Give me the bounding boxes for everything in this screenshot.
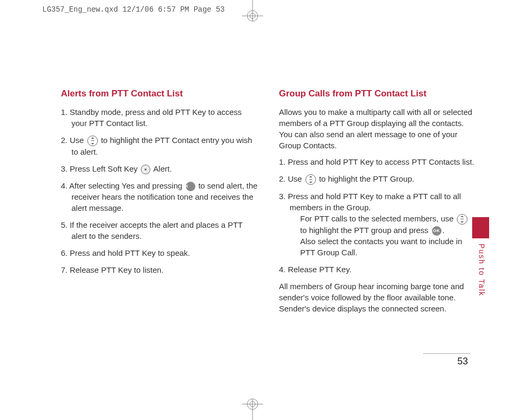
- page-number: 53: [457, 356, 468, 367]
- sub-paragraph: For PTT calls to the selected members, u…: [290, 213, 476, 258]
- list-item: 5. If the receiver accepts the alert and…: [61, 219, 258, 242]
- text-fragment: to highlight the PTT group and press: [300, 226, 431, 235]
- section-tab: [472, 217, 489, 238]
- list-item: 3. Press Left Soft Key Alert.: [61, 163, 258, 174]
- page-content: Alerts from PTT Contact List 1. Standby …: [61, 87, 476, 319]
- print-job-header: LG357_Eng_new.qxd 12/1/06 6:57 PM Page 5…: [42, 5, 224, 14]
- right-column: Group Calls from PTT Contact List Allows…: [279, 87, 476, 319]
- list-item: 2. Use to highlight the PTT Contact entr…: [61, 135, 258, 157]
- text-fragment: 3. Press Left Soft Key: [61, 164, 140, 173]
- text-fragment: Alert.: [151, 164, 172, 173]
- list-item: 2. Use to highlight the PTT Group.: [279, 173, 476, 185]
- nav-scroll-icon: [305, 174, 316, 185]
- alerts-list: 1. Standby mode, press and old PTT Key t…: [61, 106, 258, 275]
- text-fragment: 2. Use: [61, 136, 86, 145]
- text-fragment: .: [443, 226, 445, 235]
- left-column: Alerts from PTT Contact List 1. Standby …: [61, 87, 258, 319]
- intro-paragraph: Allows you to make a multiparty call wit…: [279, 106, 476, 151]
- ok-key-icon: OK: [432, 226, 441, 236]
- list-item: 6. Press and hold PTT Key to speak.: [61, 247, 258, 258]
- alerts-heading: Alerts from PTT Contact List: [61, 87, 258, 100]
- section-label: Push to Talk: [477, 244, 486, 297]
- outro-paragraph: All members of Group hear incoming barge…: [279, 281, 476, 314]
- list-item: 1. Standby mode, press and old PTT Key t…: [61, 106, 258, 129]
- list-item: 1. Press and hold PTT Key to access PTT …: [279, 156, 476, 167]
- text-fragment: to highlight the PTT Group.: [317, 174, 414, 183]
- ok-key-icon: OK: [186, 182, 195, 191]
- text-fragment: For PTT calls to the selected members, u…: [300, 214, 456, 223]
- list-item: 4. After selecting Yes and pressing OK t…: [61, 180, 258, 213]
- nav-scroll-icon: [87, 136, 98, 146]
- group-calls-heading: Group Calls from PTT Contact List: [279, 87, 476, 100]
- crop-mark-top: [242, 0, 263, 32]
- list-item: 4. Release PTT Key.: [279, 264, 476, 275]
- text-fragment: Also select the contacts you want to inc…: [300, 237, 462, 257]
- list-item: 3. Press and hold PTT Key to make a PTT …: [279, 191, 476, 258]
- nav-scroll-icon: [457, 214, 467, 225]
- soft-key-icon: [141, 165, 150, 174]
- group-calls-list: 1. Press and hold PTT Key to access PTT …: [279, 156, 476, 275]
- list-item: 7. Release PTT Key to listen.: [61, 264, 258, 275]
- text-fragment: 3. Press and hold PTT Key to make a PTT …: [279, 192, 461, 212]
- page-divider-line: [423, 353, 471, 354]
- crop-mark-bottom: [242, 388, 263, 420]
- text-fragment: 4. After selecting Yes and pressing: [61, 181, 185, 190]
- text-fragment: to highlight the PTT Contact entry you w…: [71, 136, 252, 156]
- text-fragment: 2. Use: [279, 174, 304, 183]
